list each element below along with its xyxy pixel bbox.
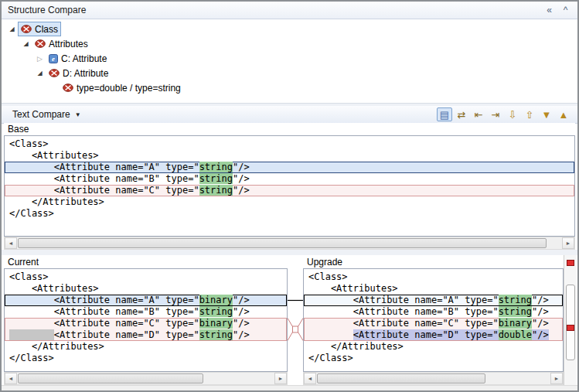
code-text: <Attribute name="A" type=" — [9, 162, 199, 172]
code-text: "/> — [233, 185, 250, 196]
scroll-right-icon[interactable]: ► — [550, 373, 563, 384]
collapse-arrow-icon[interactable]: ◢ — [20, 40, 32, 47]
tree-node[interactable]: Class — [18, 22, 61, 36]
tree-item[interactable]: ◢D: Attribute — [2, 66, 577, 80]
code-text: <Attribute name="D" type=" — [54, 329, 199, 340]
expand-arrow-icon[interactable]: ▷ — [34, 55, 46, 63]
compare-editor-window: Structure Compare «^ ◢Class◢Attributes▷e… — [0, 0, 579, 392]
scrollbar-thumb[interactable] — [18, 373, 203, 383]
code-line: <Class> — [304, 271, 563, 283]
tree-node[interactable]: Attributes — [32, 36, 91, 51]
code-line: <Attribute name="A" type="string"/> — [304, 295, 563, 306]
structure-compare-header: Structure Compare «^ — [2, 2, 577, 19]
code-text: <Attribute name="A" type=" — [308, 295, 499, 305]
conflict-mark[interactable] — [567, 325, 574, 331]
code-line: <Attribute name="D" type="string"/> — [5, 329, 287, 341]
tree-node[interactable]: D: Attribute — [46, 66, 111, 80]
scroll-right-icon[interactable]: ► — [562, 237, 574, 249]
code-text: <Attribute name="B" type=" — [9, 173, 199, 184]
upgrade-editor[interactable]: <Class> <Attributes> <Attribute name="A"… — [303, 268, 564, 372]
collapse-all-icon[interactable]: « — [542, 3, 557, 17]
swap-left-and-right-button[interactable]: ⇄ — [454, 107, 469, 121]
copy-all-from-right-to-left-button[interactable]: ⇤ — [471, 107, 486, 121]
overview-ruler[interactable] — [564, 255, 577, 385]
code-line: <Attribute name="B" type="string"/> — [304, 306, 563, 318]
highlighted-text: string — [199, 173, 233, 184]
code-line: </Attributes> — [304, 341, 563, 353]
next-difference-button[interactable]: ⇩ — [505, 107, 520, 121]
scroll-right-icon[interactable]: ► — [274, 373, 287, 384]
highlighted-text: string — [499, 306, 532, 317]
current-pane-title: Current — [8, 257, 39, 268]
previous-change-button[interactable]: ▲ — [556, 107, 571, 121]
code-text: <Attributes> — [9, 283, 99, 294]
base-editor[interactable]: <Class> <Attributes> <Attribute name="A"… — [4, 135, 575, 237]
text-compare-menu-button[interactable]: Text Compare ▼ — [8, 109, 84, 120]
tree-item[interactable]: ◢Attributes — [2, 36, 577, 51]
code-text: <Attribute name="C" type=" — [308, 318, 499, 329]
conflict-mark[interactable] — [567, 260, 574, 266]
highlighted-text: "/> — [532, 329, 549, 340]
previous-difference-button[interactable]: ⇧ — [522, 107, 537, 121]
code-line: <Attribute name="A" type="binary"/> — [5, 295, 287, 306]
scroll-left-icon[interactable]: ◄ — [5, 237, 17, 249]
diff-red-icon — [49, 69, 60, 77]
code-line: <Attribute name="C" type="binary"/> — [5, 318, 287, 329]
highlighted-text: binary — [199, 295, 233, 305]
tree-item-label: Attributes — [49, 39, 88, 49]
next-change-button[interactable]: ▼ — [539, 107, 554, 121]
code-line: </Attributes> — [5, 196, 574, 208]
diff-red-icon — [63, 84, 73, 92]
scrollbar-thumb[interactable] — [18, 238, 547, 248]
code-line: <Attribute name="B" type="string"/> — [5, 306, 287, 318]
tree-item[interactable]: type=double / type=string — [2, 80, 577, 95]
code-line: <Attribute name="D" type="double"/> — [304, 329, 563, 341]
code-text: <Attributes> — [9, 150, 99, 161]
diff-connector-lines — [288, 268, 303, 372]
copy-all-from-left-to-right-button[interactable]: ⇥ — [488, 107, 503, 121]
highlighted-text: <Attribute name="D" type=" — [353, 329, 499, 340]
highlighted-text: double — [499, 329, 532, 340]
horizontal-sash[interactable] — [2, 250, 577, 255]
scrollbar-thumb[interactable] — [566, 285, 575, 360]
diff-red-icon — [21, 25, 32, 33]
scroll-left-icon[interactable]: ◄ — [304, 373, 316, 384]
scrollbar-track[interactable] — [17, 237, 562, 249]
scrollbar-track[interactable] — [316, 373, 550, 384]
code-line: <Attributes> — [304, 283, 563, 295]
minimize-pane-icon[interactable]: ^ — [558, 3, 573, 17]
code-text: </Attributes> — [9, 341, 104, 352]
code-text — [308, 329, 353, 340]
tree-node[interactable]: eC: Attribute — [46, 51, 110, 66]
scroll-left-icon[interactable]: ◄ — [5, 373, 17, 384]
code-text: "/> — [532, 306, 549, 317]
current-editor[interactable]: <Class> <Attributes> <Attribute name="A"… — [4, 268, 288, 372]
code-line: <Attribute name="C" type="binary"/> — [304, 318, 563, 329]
scrollbar-track[interactable] — [17, 373, 274, 384]
code-line: </Class> — [5, 208, 574, 220]
code-text: </Class> — [9, 353, 54, 363]
highlighted-text: string — [199, 162, 233, 172]
code-text: <Attribute name="C" type=" — [9, 185, 199, 196]
collapse-arrow-icon[interactable]: ◢ — [6, 26, 18, 32]
code-line: <Class> — [5, 271, 287, 283]
toggle-ancestor-pane-button[interactable]: ▤ — [437, 107, 452, 121]
scrollbar-thumb[interactable] — [317, 373, 485, 383]
code-text: <Attributes> — [308, 283, 398, 294]
code-text: <Attribute name="B" type=" — [9, 306, 199, 317]
code-text: </Attributes> — [308, 341, 404, 352]
code-text: <Attribute name="C" type=" — [9, 318, 199, 329]
tree-item[interactable]: ◢Class — [2, 22, 577, 36]
tree-node[interactable]: type=double / type=string — [60, 80, 184, 95]
tree-item[interactable]: ▷eC: Attribute — [2, 51, 577, 66]
svg-text:e: e — [52, 55, 55, 63]
code-text: "/> — [233, 295, 250, 305]
highlighted-text: binary — [199, 318, 233, 329]
collapse-arrow-icon[interactable]: ◢ — [34, 70, 46, 77]
current-horizontal-scrollbar: ◄ ► — [4, 372, 288, 385]
text-compare-toolbar: ▤⇄⇤⇥⇩⇧▼▲ — [437, 107, 577, 121]
code-text: <Class> — [308, 271, 348, 282]
code-line: <Class> — [5, 138, 574, 150]
code-line: <Attribute name="A" type="string"/> — [5, 162, 574, 173]
entity-blue-icon: e — [49, 54, 58, 63]
